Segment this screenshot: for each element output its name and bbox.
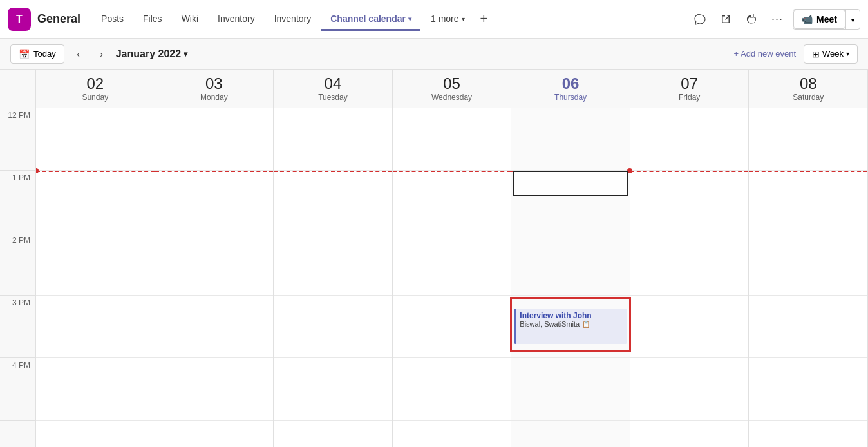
hour-cell-2[interactable] xyxy=(155,233,274,296)
hour-cell-3[interactable] xyxy=(36,296,155,358)
time-slot-4pm: 4 PM xyxy=(0,358,35,421)
tab-wiki[interactable]: Wiki xyxy=(173,8,207,31)
day-header-sunday[interactable]: 02Sunday xyxy=(36,70,155,108)
chat-icon xyxy=(694,14,706,25)
days-body: Interview with JohnBiswal, SwatiSmita📋 xyxy=(36,108,868,447)
time-slot-2pm: 2 PM xyxy=(0,233,35,296)
chevron-down-icon: ▾ xyxy=(851,17,854,24)
hour-cell-0[interactable] xyxy=(155,108,274,171)
hour-cell-3[interactable] xyxy=(630,296,749,358)
hour-cell-0[interactable] xyxy=(393,108,511,171)
hour-cell-3[interactable] xyxy=(274,296,392,358)
refresh-icon xyxy=(746,14,757,25)
calendar-container: 12 PM 1 PM 2 PM 3 PM 4 PM 02Sunday03Mond… xyxy=(0,70,868,447)
hour-cell-1[interactable] xyxy=(155,171,274,233)
prev-week-button[interactable]: ‹ xyxy=(70,45,88,63)
tab-inventory1[interactable]: Inventory xyxy=(209,8,264,31)
refresh-icon-button[interactable] xyxy=(741,9,762,30)
day-header-monday[interactable]: 03Monday xyxy=(155,70,274,108)
hour-cell-1[interactable] xyxy=(393,171,511,233)
chevron-down-icon: ▾ xyxy=(462,15,465,23)
day-column-saturday[interactable] xyxy=(749,108,868,447)
calendar-toolbar: 📅 Today ‹ › January 2022 ▾ + Add new eve… xyxy=(0,39,868,70)
hour-cell-4[interactable] xyxy=(749,358,867,421)
hour-cell-1[interactable] xyxy=(749,171,867,233)
event-details-icon: 📋 xyxy=(582,321,590,328)
day-header-saturday[interactable]: 08Saturday xyxy=(749,70,868,108)
hour-cell-0[interactable] xyxy=(36,108,155,171)
toolbar-right: + Add new event ⊞ Week ▾ xyxy=(734,44,858,64)
time-slot-3pm: 3 PM xyxy=(0,296,35,358)
chevron-down-icon: ▾ xyxy=(408,15,411,23)
month-year-selector[interactable]: January 2022 ▾ xyxy=(116,48,187,60)
popout-icon xyxy=(720,14,731,25)
time-column: 12 PM 1 PM 2 PM 3 PM 4 PM xyxy=(0,70,36,447)
tab-posts[interactable]: Posts xyxy=(92,8,133,31)
day-header-tuesday[interactable]: 04Tuesday xyxy=(274,70,393,108)
hour-cell-4[interactable] xyxy=(274,358,392,421)
chevron-down-icon: ▾ xyxy=(846,50,849,57)
grid-icon: ⊞ xyxy=(812,49,820,59)
hour-cell-4[interactable] xyxy=(36,358,155,421)
popout-icon-button[interactable] xyxy=(715,9,736,30)
hour-cell-4[interactable] xyxy=(393,358,511,421)
hour-cell-3[interactable] xyxy=(393,296,511,358)
hour-cell-4[interactable] xyxy=(511,358,630,421)
day-column-monday[interactable] xyxy=(155,108,274,447)
time-slot-1pm: 1 PM xyxy=(0,171,35,233)
day-column-thursday[interactable]: Interview with JohnBiswal, SwatiSmita📋 xyxy=(511,108,630,447)
week-view-button[interactable]: ⊞ Week ▾ xyxy=(804,44,858,64)
time-header xyxy=(0,70,35,108)
chat-icon-button[interactable] xyxy=(690,9,710,30)
video-icon: 📹 xyxy=(802,14,813,24)
hour-cell-2[interactable] xyxy=(630,233,749,296)
hour-cell-2[interactable] xyxy=(274,233,392,296)
calendar-icon: 📅 xyxy=(19,49,30,59)
next-week-button[interactable]: › xyxy=(93,45,111,63)
hour-cell-0[interactable] xyxy=(511,108,630,171)
hour-cell-2[interactable] xyxy=(393,233,511,296)
hour-cell-3[interactable] xyxy=(155,296,274,358)
days-grid: 02Sunday03Monday04Tuesday05Wednesday06Th… xyxy=(36,70,868,447)
tab-channel-calendar[interactable]: Channel calendar ▾ xyxy=(321,8,420,31)
event-subtitle: Biswal, SwatiSmita📋 xyxy=(520,320,623,328)
hour-cell-1[interactable] xyxy=(274,171,392,233)
day-header-thursday[interactable]: 06Thursday xyxy=(511,70,630,108)
today-button[interactable]: 📅 Today xyxy=(10,44,64,64)
chevron-down-icon: ▾ xyxy=(184,50,187,59)
day-header-wednesday[interactable]: 05Wednesday xyxy=(393,70,512,108)
top-nav: T General Posts Files Wiki Inventory Inv… xyxy=(0,0,868,39)
hour-cell-2[interactable] xyxy=(511,233,630,296)
tab-inventory2[interactable]: Inventory xyxy=(265,8,321,31)
more-options-button[interactable]: ··· xyxy=(767,9,788,30)
app-title: General xyxy=(37,12,80,26)
meet-dropdown-button[interactable]: ▾ xyxy=(845,10,860,29)
interview-event[interactable]: Interview with JohnBiswal, SwatiSmita📋 xyxy=(514,309,627,344)
time-slot-12pm: 12 PM xyxy=(0,108,35,171)
hour-cell-1[interactable] xyxy=(630,171,749,233)
day-column-sunday[interactable] xyxy=(36,108,155,447)
hour-cell-0[interactable] xyxy=(630,108,749,171)
days-header: 02Sunday03Monday04Tuesday05Wednesday06Th… xyxy=(36,70,868,108)
day-column-friday[interactable] xyxy=(630,108,750,447)
hour-cell-3[interactable] xyxy=(749,296,867,358)
app-icon: T xyxy=(8,8,31,31)
event-title: Interview with John xyxy=(520,311,623,320)
meet-button[interactable]: 📹 Meet xyxy=(793,10,845,29)
tab-files[interactable]: Files xyxy=(134,8,171,31)
day-column-wednesday[interactable] xyxy=(393,108,512,447)
nav-tabs: Posts Files Wiki Inventory Inventory Cha… xyxy=(92,8,690,30)
hour-cell-4[interactable] xyxy=(155,358,274,421)
day-header-friday[interactable]: 07Friday xyxy=(630,70,750,108)
add-tab-button[interactable]: + xyxy=(475,9,493,29)
tab-more[interactable]: 1 more ▾ xyxy=(422,8,474,31)
hour-cell-4[interactable] xyxy=(630,358,749,421)
time-selection-box[interactable] xyxy=(513,171,628,196)
hour-cell-2[interactable] xyxy=(36,233,155,296)
add-event-button[interactable]: + Add new event xyxy=(734,49,797,59)
hour-cell-1[interactable] xyxy=(36,171,155,233)
hour-cell-0[interactable] xyxy=(749,108,867,171)
day-column-tuesday[interactable] xyxy=(274,108,393,447)
hour-cell-0[interactable] xyxy=(274,108,392,171)
hour-cell-2[interactable] xyxy=(749,233,867,296)
